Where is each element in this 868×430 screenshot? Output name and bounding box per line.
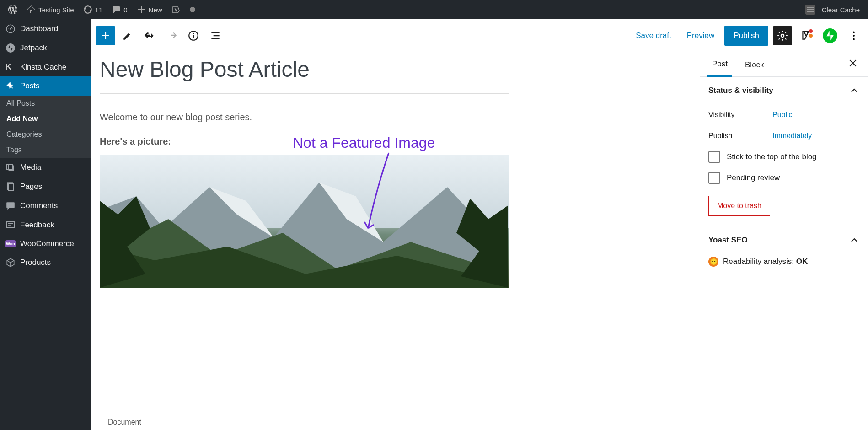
- submenu-categories[interactable]: Categories: [0, 127, 91, 142]
- svg-point-3: [6, 43, 15, 53]
- svg-point-13: [853, 35, 855, 37]
- editor-topbar: Save draft Preview Publish: [91, 19, 868, 52]
- close-sidebar-button[interactable]: [845, 55, 861, 73]
- updates-menu[interactable]: 11: [79, 0, 107, 19]
- menu-media-label: Media: [20, 163, 41, 172]
- paragraph-block[interactable]: Welcome to our new blog post series.: [100, 112, 509, 123]
- save-draft-button[interactable]: Save draft: [630, 27, 677, 44]
- menu-posts-label: Posts: [20, 81, 40, 91]
- menu-pages[interactable]: Pages: [0, 177, 91, 196]
- add-block-button[interactable]: [96, 26, 115, 45]
- menu-comments[interactable]: Comments: [0, 196, 91, 215]
- pin-icon: [5, 81, 16, 91]
- new-content-menu[interactable]: New: [132, 0, 167, 19]
- yoast-panel-title: Yoast SEO: [708, 236, 748, 245]
- menu-jetpack-label: Jetpack: [20, 43, 47, 53]
- menu-feedback[interactable]: Feedback: [0, 215, 91, 235]
- more-menu-button[interactable]: [844, 26, 863, 45]
- yoast-panel-toggle[interactable]: Yoast SEO: [700, 226, 868, 254]
- publish-button[interactable]: Publish: [724, 26, 768, 46]
- svg-point-12: [853, 31, 855, 33]
- wp-logo-menu[interactable]: [4, 0, 22, 19]
- comments-icon: [5, 201, 16, 211]
- menu-kinsta[interactable]: K Kinsta Cache: [0, 58, 91, 76]
- list-icon: [209, 30, 221, 42]
- post-title-input[interactable]: New Blog Post Article: [100, 57, 509, 94]
- heading-block[interactable]: Here's a picture:: [100, 136, 509, 147]
- publish-value-button[interactable]: Immediately: [772, 132, 812, 140]
- pending-checkbox[interactable]: [708, 172, 720, 184]
- posts-submenu: All Posts Add New Categories Tags: [0, 96, 91, 158]
- undo-button[interactable]: [140, 26, 159, 45]
- gear-icon: [777, 30, 788, 42]
- yoast-button[interactable]: [797, 26, 816, 45]
- submenu-all-posts[interactable]: All Posts: [0, 96, 91, 111]
- updates-count: 11: [95, 6, 103, 14]
- sticky-checkbox[interactable]: [708, 151, 720, 163]
- document-breadcrumb[interactable]: Document: [102, 415, 147, 429]
- plus-icon: [100, 30, 112, 42]
- svg-point-2: [10, 28, 11, 29]
- svg-point-5: [11, 166, 11, 167]
- image-block[interactable]: [100, 155, 509, 288]
- readability-text: Readability analysis: OK: [723, 257, 808, 266]
- tab-post[interactable]: Post: [707, 52, 732, 77]
- plus-icon: [137, 5, 146, 14]
- media-icon: [5, 162, 16, 172]
- menu-products[interactable]: Products: [0, 253, 91, 272]
- update-icon: [83, 5, 92, 14]
- submenu-tags[interactable]: Tags: [0, 142, 91, 158]
- menu-woocommerce[interactable]: Woo WooCommerce: [0, 235, 91, 253]
- jetpack-icon: [5, 43, 16, 53]
- comments-menu[interactable]: 0: [107, 0, 132, 19]
- submenu-add-new[interactable]: Add New: [0, 111, 91, 127]
- menu-posts[interactable]: Posts: [0, 76, 91, 96]
- site-name-menu[interactable]: Testing Site: [22, 0, 79, 19]
- menu-jetpack[interactable]: Jetpack: [0, 38, 91, 58]
- site-name-label: Testing Site: [38, 6, 74, 14]
- yoast-seo-panel: Yoast SEO 😐 Readability analysis: OK: [700, 226, 868, 280]
- yoast-menu[interactable]: [167, 0, 185, 19]
- menu-dashboard[interactable]: Dashboard: [0, 19, 91, 38]
- info-button[interactable]: [184, 26, 203, 45]
- svg-rect-8: [6, 221, 15, 227]
- new-label: New: [149, 6, 162, 14]
- dot-icon: [190, 7, 195, 12]
- woo-icon: Woo: [5, 240, 16, 247]
- move-to-trash-button[interactable]: Move to trash: [708, 196, 770, 216]
- edit-mode-button[interactable]: [118, 26, 137, 45]
- chevron-up-icon: [849, 85, 860, 96]
- redo-button[interactable]: [162, 26, 181, 45]
- menu-comments-label: Comments: [20, 201, 58, 210]
- status-dot[interactable]: [185, 0, 200, 19]
- readability-row[interactable]: 😐 Readability analysis: OK: [708, 254, 860, 269]
- status-panel-toggle[interactable]: Status & visibility: [700, 77, 868, 104]
- settings-button[interactable]: [773, 26, 792, 45]
- jetpack-button[interactable]: [820, 26, 840, 45]
- products-icon: [5, 258, 16, 268]
- pending-checkbox-row: Pending review: [708, 167, 860, 188]
- home-icon: [27, 5, 36, 14]
- preview-button[interactable]: Preview: [681, 27, 720, 44]
- editor-canvas[interactable]: New Blog Post Article Welcome to our new…: [91, 52, 700, 414]
- clear-cache-menu[interactable]: Clear Cache: [801, 0, 864, 19]
- sidebar-tabs: Post Block: [700, 52, 868, 77]
- pages-icon: [5, 182, 16, 192]
- yoast-icon: [171, 5, 181, 14]
- readability-emoji-icon: 😐: [708, 257, 718, 267]
- feedback-icon: [5, 220, 16, 230]
- menu-media[interactable]: Media: [0, 158, 91, 177]
- menu-kinsta-label: Kinsta Cache: [20, 63, 66, 72]
- tab-block[interactable]: Block: [740, 53, 769, 76]
- menu-feedback-label: Feedback: [20, 220, 54, 230]
- pending-label: Pending review: [727, 173, 780, 183]
- visibility-value-button[interactable]: Public: [772, 111, 793, 119]
- undo-icon: [144, 30, 155, 42]
- outline-button[interactable]: [206, 26, 225, 45]
- pencil-icon: [122, 30, 134, 42]
- menu-pages-label: Pages: [20, 182, 42, 191]
- clear-cache-label: Clear Cache: [822, 6, 860, 14]
- info-icon: [188, 30, 199, 42]
- menu-products-label: Products: [20, 258, 51, 267]
- visibility-label: Visibility: [708, 111, 772, 119]
